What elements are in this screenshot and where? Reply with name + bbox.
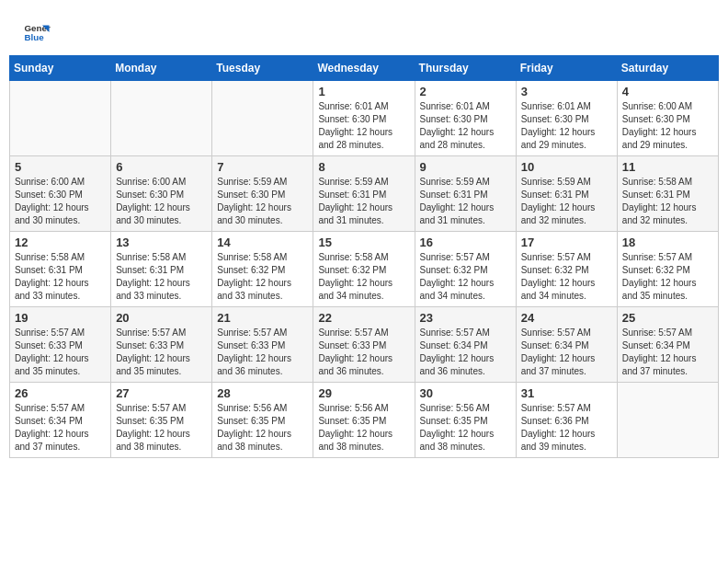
logo-icon: General Blue [23, 18, 51, 46]
calendar-cell: 5Sunrise: 6:00 AMSunset: 6:30 PMDaylight… [10, 156, 111, 232]
day-info: Sunrise: 5:58 AMSunset: 6:31 PMDaylight:… [15, 251, 106, 303]
calendar-cell: 7Sunrise: 5:59 AMSunset: 6:30 PMDaylight… [212, 156, 313, 232]
day-number: 14 [217, 236, 308, 249]
calendar-cell: 4Sunrise: 6:00 AMSunset: 6:30 PMDaylight… [617, 81, 718, 156]
day-number: 6 [116, 160, 207, 174]
day-info: Sunrise: 5:59 AMSunset: 6:31 PMDaylight:… [318, 176, 409, 227]
calendar-cell: 17Sunrise: 5:57 AMSunset: 6:32 PMDayligh… [516, 232, 617, 307]
day-info: Sunrise: 5:59 AMSunset: 6:30 PMDaylight:… [217, 176, 308, 227]
col-header-friday: Friday [516, 56, 617, 81]
day-number: 31 [521, 386, 612, 400]
page-header: General Blue [9, 9, 719, 51]
day-number: 24 [521, 311, 612, 325]
day-number: 19 [15, 311, 106, 325]
calendar-cell: 11Sunrise: 5:58 AMSunset: 6:31 PMDayligh… [617, 156, 718, 232]
day-number: 18 [622, 236, 713, 249]
day-number: 16 [420, 236, 511, 249]
col-header-tuesday: Tuesday [212, 56, 313, 81]
calendar-cell: 26Sunrise: 5:57 AMSunset: 6:34 PMDayligh… [10, 383, 111, 458]
col-header-saturday: Saturday [617, 56, 718, 81]
day-info: Sunrise: 5:59 AMSunset: 6:31 PMDaylight:… [521, 176, 612, 227]
calendar-cell [10, 81, 111, 156]
calendar-cell: 6Sunrise: 6:00 AMSunset: 6:30 PMDaylight… [111, 156, 212, 232]
day-number: 22 [318, 311, 409, 325]
day-number: 9 [420, 160, 511, 174]
calendar-cell: 3Sunrise: 6:01 AMSunset: 6:30 PMDaylight… [516, 81, 617, 156]
day-number: 17 [521, 236, 612, 249]
day-number: 26 [15, 386, 106, 400]
day-info: Sunrise: 5:57 AMSunset: 6:34 PMDaylight:… [622, 327, 713, 378]
day-number: 4 [622, 85, 713, 98]
day-number: 20 [116, 311, 207, 325]
day-number: 8 [318, 160, 409, 174]
day-number: 15 [318, 236, 409, 249]
calendar-cell: 9Sunrise: 5:59 AMSunset: 6:31 PMDaylight… [415, 156, 516, 232]
day-info: Sunrise: 6:01 AMSunset: 6:30 PMDaylight:… [318, 100, 409, 152]
calendar-cell: 27Sunrise: 5:57 AMSunset: 6:35 PMDayligh… [111, 383, 212, 458]
day-info: Sunrise: 5:57 AMSunset: 6:35 PMDaylight:… [116, 402, 207, 454]
calendar-week-3: 12Sunrise: 5:58 AMSunset: 6:31 PMDayligh… [10, 232, 719, 307]
header-row: SundayMondayTuesdayWednesdayThursdayFrid… [10, 56, 719, 81]
calendar-week-2: 5Sunrise: 6:00 AMSunset: 6:30 PMDaylight… [10, 156, 719, 232]
day-number: 12 [15, 236, 106, 249]
day-info: Sunrise: 6:00 AMSunset: 6:30 PMDaylight:… [15, 176, 106, 227]
day-number: 23 [420, 311, 511, 325]
calendar-cell: 30Sunrise: 5:56 AMSunset: 6:35 PMDayligh… [415, 383, 516, 458]
calendar-table: SundayMondayTuesdayWednesdayThursdayFrid… [9, 55, 719, 458]
day-info: Sunrise: 5:57 AMSunset: 6:32 PMDaylight:… [521, 251, 612, 303]
calendar-week-1: 1Sunrise: 6:01 AMSunset: 6:30 PMDaylight… [10, 81, 719, 156]
calendar-cell: 21Sunrise: 5:57 AMSunset: 6:33 PMDayligh… [212, 307, 313, 383]
calendar-cell: 14Sunrise: 5:58 AMSunset: 6:32 PMDayligh… [212, 232, 313, 307]
calendar-cell: 1Sunrise: 6:01 AMSunset: 6:30 PMDaylight… [313, 81, 415, 156]
day-number: 29 [318, 386, 409, 400]
calendar-cell: 16Sunrise: 5:57 AMSunset: 6:32 PMDayligh… [415, 232, 516, 307]
calendar-cell: 23Sunrise: 5:57 AMSunset: 6:34 PMDayligh… [415, 307, 516, 383]
day-info: Sunrise: 5:58 AMSunset: 6:32 PMDaylight:… [217, 251, 308, 303]
day-number: 21 [217, 311, 308, 325]
day-number: 13 [116, 236, 207, 249]
day-number: 30 [420, 386, 511, 400]
calendar-cell: 2Sunrise: 6:01 AMSunset: 6:30 PMDaylight… [415, 81, 516, 156]
calendar-cell: 19Sunrise: 5:57 AMSunset: 6:33 PMDayligh… [10, 307, 111, 383]
col-header-sunday: Sunday [10, 56, 111, 81]
calendar-week-5: 26Sunrise: 5:57 AMSunset: 6:34 PMDayligh… [10, 383, 719, 458]
day-number: 7 [217, 160, 308, 174]
col-header-wednesday: Wednesday [313, 56, 415, 81]
day-info: Sunrise: 5:57 AMSunset: 6:33 PMDaylight:… [116, 327, 207, 378]
calendar-cell [212, 81, 313, 156]
calendar-cell: 8Sunrise: 5:59 AMSunset: 6:31 PMDaylight… [313, 156, 415, 232]
day-info: Sunrise: 5:56 AMSunset: 6:35 PMDaylight:… [217, 402, 308, 454]
day-info: Sunrise: 5:59 AMSunset: 6:31 PMDaylight:… [420, 176, 511, 227]
day-number: 28 [217, 386, 308, 400]
calendar-cell: 28Sunrise: 5:56 AMSunset: 6:35 PMDayligh… [212, 383, 313, 458]
col-header-monday: Monday [111, 56, 212, 81]
calendar-cell: 22Sunrise: 5:57 AMSunset: 6:33 PMDayligh… [313, 307, 415, 383]
day-info: Sunrise: 5:56 AMSunset: 6:35 PMDaylight:… [318, 402, 409, 454]
calendar-cell: 20Sunrise: 5:57 AMSunset: 6:33 PMDayligh… [111, 307, 212, 383]
calendar-cell [617, 383, 718, 458]
col-header-thursday: Thursday [415, 56, 516, 81]
day-info: Sunrise: 5:57 AMSunset: 6:34 PMDaylight:… [521, 327, 612, 378]
day-info: Sunrise: 5:57 AMSunset: 6:33 PMDaylight:… [318, 327, 409, 378]
day-info: Sunrise: 5:58 AMSunset: 6:32 PMDaylight:… [318, 251, 409, 303]
day-number: 5 [15, 160, 106, 174]
day-info: Sunrise: 5:58 AMSunset: 6:31 PMDaylight:… [116, 251, 207, 303]
day-info: Sunrise: 5:56 AMSunset: 6:35 PMDaylight:… [420, 402, 511, 454]
day-info: Sunrise: 6:01 AMSunset: 6:30 PMDaylight:… [420, 100, 511, 152]
day-info: Sunrise: 6:00 AMSunset: 6:30 PMDaylight:… [622, 100, 713, 152]
day-number: 2 [420, 85, 511, 98]
calendar-cell: 24Sunrise: 5:57 AMSunset: 6:34 PMDayligh… [516, 307, 617, 383]
day-info: Sunrise: 5:57 AMSunset: 6:33 PMDaylight:… [217, 327, 308, 378]
day-info: Sunrise: 5:57 AMSunset: 6:32 PMDaylight:… [420, 251, 511, 303]
day-info: Sunrise: 5:58 AMSunset: 6:31 PMDaylight:… [622, 176, 713, 227]
day-number: 1 [318, 85, 409, 98]
calendar-cell: 31Sunrise: 5:57 AMSunset: 6:36 PMDayligh… [516, 383, 617, 458]
day-info: Sunrise: 5:57 AMSunset: 6:32 PMDaylight:… [622, 251, 713, 303]
day-info: Sunrise: 5:57 AMSunset: 6:36 PMDaylight:… [521, 402, 612, 454]
day-number: 3 [521, 85, 612, 98]
calendar-week-4: 19Sunrise: 5:57 AMSunset: 6:33 PMDayligh… [10, 307, 719, 383]
calendar-cell: 29Sunrise: 5:56 AMSunset: 6:35 PMDayligh… [313, 383, 415, 458]
calendar-cell: 10Sunrise: 5:59 AMSunset: 6:31 PMDayligh… [516, 156, 617, 232]
calendar-cell: 12Sunrise: 5:58 AMSunset: 6:31 PMDayligh… [10, 232, 111, 307]
logo: General Blue [23, 18, 51, 46]
